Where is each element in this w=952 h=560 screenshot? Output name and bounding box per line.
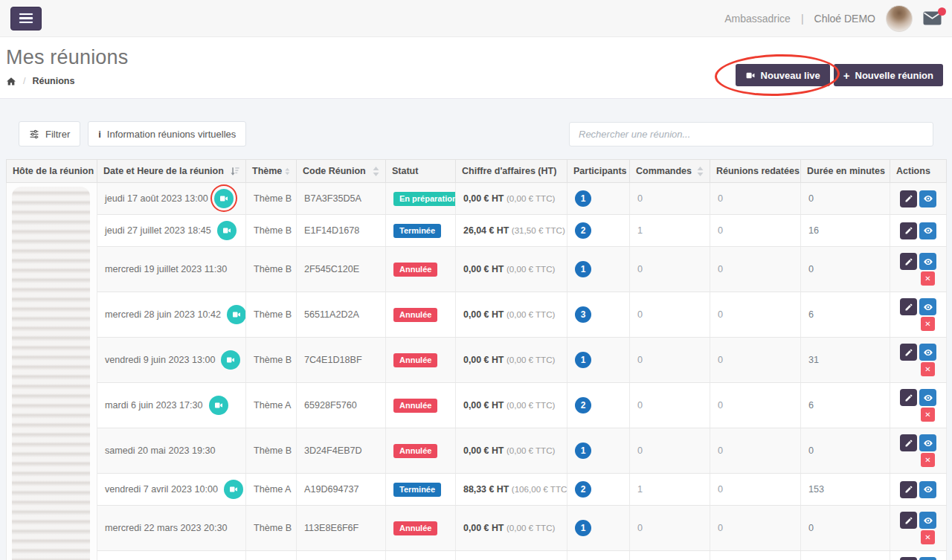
cell-revenue: 0,00 € HT (0,00 € TTC): [456, 292, 567, 338]
cell-status: Annulée: [386, 428, 456, 474]
edit-button[interactable]: [900, 298, 917, 315]
x-icon: ✕: [924, 411, 930, 419]
pencil-icon: [904, 439, 913, 448]
filter-button[interactable]: Filtrer: [19, 121, 80, 147]
view-button[interactable]: [919, 253, 936, 270]
cell-participants: 1: [567, 506, 630, 551]
view-button[interactable]: [919, 298, 936, 315]
view-button[interactable]: [919, 512, 936, 529]
cell-duration: 31: [801, 338, 890, 383]
cell-code: 56511A2D2A: [297, 292, 386, 338]
edit-button[interactable]: [900, 389, 917, 406]
participants-badge: 2: [575, 481, 591, 498]
cell-date: vendredi 9 juin 2023 13:00: [97, 338, 246, 383]
cell-redated: 0: [710, 474, 801, 506]
cell-orders: 0: [630, 428, 710, 474]
cell-orders: 0: [630, 247, 710, 292]
cell-participants: 2: [567, 215, 630, 247]
row-1-video-icon[interactable]: [214, 189, 234, 208]
edit-button[interactable]: [900, 434, 917, 451]
cell-redated: 0: [710, 338, 801, 383]
cell-orders: 0: [630, 551, 710, 560]
virtual-meetings-info-button[interactable]: i Information réunions virtuelles: [88, 121, 246, 147]
view-button[interactable]: [919, 434, 936, 451]
pencil-icon: [904, 303, 913, 312]
delete-button[interactable]: ✕: [921, 362, 935, 376]
cell-actions: ✕: [890, 247, 947, 292]
video-camera-icon[interactable]: [227, 305, 245, 324]
x-icon: ✕: [924, 321, 930, 328]
cell-date: mardi 6 juin 2023 17:30: [97, 383, 246, 428]
video-camera-icon[interactable]: [221, 350, 240, 370]
cell-date: jeudi 27 juillet 2023 18:45: [97, 215, 246, 247]
home-icon[interactable]: [6, 77, 16, 86]
table-row: jeudi 17 août 2023 13:00 Thème B B7A3F35…: [7, 183, 947, 215]
status-badge: Annulée: [393, 308, 437, 322]
view-button[interactable]: [919, 557, 936, 560]
table-header-row: Hôte de la réunion Date et Heure de la r…: [7, 160, 947, 183]
view-button[interactable]: [919, 190, 936, 207]
avatar[interactable]: [886, 5, 913, 32]
search-input[interactable]: [569, 122, 933, 147]
eye-icon: [923, 257, 933, 267]
cell-code: A19D694737: [297, 474, 386, 506]
pencil-icon: [904, 348, 913, 357]
delete-button[interactable]: ✕: [921, 317, 935, 331]
delete-button[interactable]: ✕: [921, 453, 935, 467]
cell-orders: 0: [630, 183, 710, 215]
edit-button[interactable]: [900, 512, 917, 529]
cell-status: Terminée: [386, 215, 456, 247]
view-button[interactable]: [919, 222, 936, 239]
host-blurred-content: [12, 187, 90, 560]
edit-button[interactable]: [900, 481, 917, 498]
new-live-button[interactable]: Nouveau live: [736, 64, 830, 86]
cell-actions: ✕: [890, 551, 947, 560]
cell-revenue: 0,00 € HT (0,00 € TTC): [456, 383, 567, 428]
edit-button[interactable]: [900, 190, 917, 207]
delete-button[interactable]: ✕: [921, 530, 935, 544]
edit-button[interactable]: [900, 344, 917, 361]
col-duration: Durée en minutes: [801, 160, 890, 183]
edit-button[interactable]: [900, 253, 917, 270]
delete-button[interactable]: ✕: [921, 408, 935, 422]
x-icon: ✕: [924, 366, 930, 373]
filter-label: Filtrer: [45, 129, 70, 140]
view-button[interactable]: [919, 389, 936, 406]
messages-button[interactable]: [923, 11, 942, 25]
table-row: mercredi 28 juin 2023 10:42 Thème B 5651…: [7, 292, 947, 338]
delete-button[interactable]: ✕: [921, 271, 935, 286]
col-orders[interactable]: Commandes: [630, 160, 710, 183]
cell-duration: 6: [801, 292, 890, 338]
cell-date: mercredi 22 mars 2023 20:30: [97, 506, 246, 551]
video-camera-icon[interactable]: [209, 396, 228, 415]
view-button[interactable]: [919, 481, 936, 498]
edit-button[interactable]: [900, 222, 917, 239]
view-button[interactable]: [919, 344, 936, 361]
col-date[interactable]: Date et Heure de la réunion: [97, 160, 246, 183]
cell-participants: 2: [567, 474, 630, 506]
col-participants: Participants: [567, 160, 630, 183]
cell-participants: 1: [567, 247, 630, 292]
table-row: jeudi 27 juillet 2023 18:45 Thème B E1F1…: [7, 215, 947, 247]
cell-date: mercredi 22 mars 2023 20:00: [97, 551, 246, 560]
cell-status: Annulée: [386, 292, 456, 338]
cell-duration: 0: [801, 506, 890, 551]
cell-orders: 1: [630, 474, 710, 506]
eye-icon: [923, 225, 933, 236]
cell-theme: Thème B: [246, 551, 297, 560]
new-meeting-button[interactable]: + Nouvelle réunion: [834, 64, 943, 86]
hamburger-menu-button[interactable]: [10, 7, 42, 30]
participants-badge: 1: [575, 352, 591, 368]
cell-theme: Thème B: [246, 292, 297, 338]
edit-button[interactable]: [900, 557, 917, 560]
cell-revenue: 0,00 € HT (0,00 € TTC): [456, 551, 567, 560]
cell-actions: [890, 183, 947, 215]
cell-redated: 0: [710, 506, 801, 551]
col-code[interactable]: Code Réunion: [297, 160, 386, 183]
video-camera-icon[interactable]: [217, 221, 237, 240]
cell-code: 3D24F4EB7D: [297, 428, 386, 474]
col-theme[interactable]: Thème: [246, 160, 297, 183]
video-camera-icon[interactable]: [224, 480, 243, 499]
cell-theme: Thème A: [246, 474, 297, 506]
cell-redated: 0: [710, 383, 801, 428]
